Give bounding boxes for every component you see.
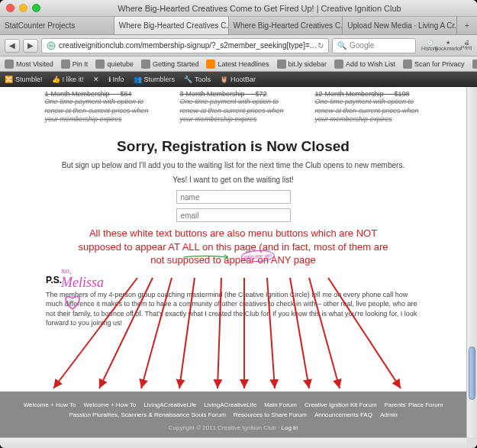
site-icon	[141, 60, 150, 69]
waitlist-form	[0, 190, 466, 222]
toolbar-item[interactable]: ℹ Info	[108, 76, 124, 83]
membership-desc: One-time payment with option to renew at…	[180, 98, 287, 124]
membership-option: 3-Month Membership — $72 One-time paymen…	[180, 90, 287, 124]
page-footer: Welcome + How To Welcome + How To Living…	[0, 392, 466, 437]
window-title: Where Big-Hearted Creatives Come to Get …	[48, 4, 471, 13]
membership-desc: One-time payment with option to renew at…	[315, 98, 422, 124]
bookmark-item[interactable]: Account	[472, 60, 477, 69]
footer-link[interactable]: Admin	[380, 411, 398, 418]
zoom-window-button[interactable]	[32, 4, 40, 12]
browser-tab[interactable]: StatCounter Projects	[0, 17, 114, 34]
footer-links: Welcome + How To Welcome + How To Living…	[0, 398, 466, 421]
print-icon[interactable]: 🖨Print	[460, 40, 472, 52]
site-icon	[61, 60, 70, 69]
browser-tab[interactable]: Where Big-Hearted Creatives C...	[229, 17, 343, 34]
waitlist-label: Yes! I want to get on the waiting list!	[0, 176, 466, 184]
toolbar-item[interactable]: 🔧 Tools	[184, 76, 211, 83]
stumble-toolbar: 🔀Stumble! 👍 I like it! ✕ ℹ Info 👥 Stumbl…	[0, 72, 477, 87]
footer-copyright: Copyright © 2011 Creative Ignition Club …	[169, 424, 298, 431]
site-icon	[472, 60, 477, 69]
site-icon	[95, 60, 105, 69]
browser-window: Where Big-Hearted Creatives Come to Get …	[0, 0, 477, 448]
window-titlebar: Where Big-Hearted Creatives Come to Get …	[0, 0, 477, 17]
traffic-lights	[6, 4, 40, 12]
stumble-button[interactable]: 🔀Stumble!	[5, 76, 43, 83]
scrollbar-thumb[interactable]	[469, 346, 475, 400]
membership-title: 1-Month Membership — $64	[45, 90, 152, 98]
bookmark-item[interactable]: Scan for Privacy	[403, 60, 465, 69]
footer-link[interactable]: Welcome + How To	[24, 401, 76, 408]
toolbar-item[interactable]: 🦉 HootBar	[220, 76, 256, 83]
toolbar-item[interactable]: 👍 I like it!	[52, 76, 84, 83]
footer-link[interactable]: Parents' Place Forum	[385, 401, 443, 408]
search-icon: 🔍	[337, 41, 346, 50]
bookmark-item[interactable]: Pin It	[61, 60, 89, 69]
globe-icon	[47, 41, 56, 50]
stop-reload-icon[interactable]: ↻	[317, 41, 324, 50]
signature: xo, Melissa	[61, 266, 104, 312]
page-subhead: But sign up below and I'll add you to th…	[31, 161, 436, 169]
membership-option: 12-Month Membership — $198 One-time paym…	[315, 90, 422, 124]
toolbar-right-icons: 🕘History ★Bookmarks 🖨Print	[424, 40, 472, 52]
rss-icon	[206, 60, 215, 69]
membership-title: 3-Month Membership — $72	[180, 90, 287, 98]
forward-button[interactable]: ▶	[23, 39, 38, 53]
bookmark-item[interactable]: Latest Headlines	[206, 60, 269, 69]
membership-option: 1-Month Membership — $64 One-time paymen…	[45, 90, 152, 124]
membership-title: 12-Month Membership — $198	[315, 90, 422, 98]
minimize-window-button[interactable]	[19, 4, 27, 12]
back-button[interactable]: ◀	[5, 39, 20, 53]
footer-link[interactable]: Welcome + How To	[84, 401, 137, 408]
vertical-scrollbar[interactable]	[466, 87, 477, 437]
resize-corner[interactable]	[466, 437, 477, 448]
bookmark-item[interactable]: bit.ly sidebar	[277, 60, 327, 69]
tab-strip: StatCounter Projects Where Big-Hearted C…	[0, 17, 477, 35]
stumble-icon: 🔀	[5, 76, 13, 83]
bookmark-item[interactable]: Getting Started	[141, 60, 199, 69]
bookmark-item[interactable]: Most Visited	[5, 60, 53, 69]
new-tab-button[interactable]: +	[457, 17, 477, 34]
close-window-button[interactable]	[6, 4, 15, 12]
browser-tab[interactable]: Upload New Media · Living A Cr...	[343, 17, 457, 34]
footer-link[interactable]: Main Forum	[264, 401, 297, 408]
search-field[interactable]: 🔍 Google	[332, 38, 416, 53]
browser-tab[interactable]: Where Big-Hearted Creatives C...	[114, 17, 229, 34]
toolbar-item[interactable]: 👥 Stumblers	[134, 76, 176, 83]
toolbar-item[interactable]: ✕	[93, 76, 99, 83]
footer-link[interactable]: Creative Ignition Kit Forum	[305, 401, 377, 408]
address-bar: ◀ ▶ creativeignitionclub.com/membership-…	[0, 35, 477, 56]
login-link[interactable]: Log in	[281, 424, 298, 431]
membership-options: 1-Month Membership — $64 One-time paymen…	[0, 87, 466, 132]
membership-desc: One-time payment with option to renew at…	[45, 98, 152, 124]
url-field[interactable]: creativeignitionclub.com/membership-sign…	[41, 38, 329, 53]
footer-link[interactable]: Passion Pluralites, Scanners & Renaissan…	[69, 411, 225, 418]
folder-icon	[5, 60, 14, 69]
hand-drawn-arrow-icon	[177, 253, 238, 261]
page-content: 1-Month Membership — $64 One-time paymen…	[0, 87, 466, 437]
heart-icon	[61, 291, 84, 311]
horizontal-scrollbar[interactable]	[0, 437, 466, 448]
name-input[interactable]	[176, 190, 291, 204]
bookmark-item[interactable]: Add to Wish List	[334, 60, 395, 69]
bookmarks-icon[interactable]: ★Bookmarks	[442, 40, 454, 52]
footer-link[interactable]: Announcements FAQ	[314, 411, 372, 418]
email-input[interactable]	[176, 208, 291, 222]
site-icon	[403, 60, 412, 69]
bookmarks-toolbar: Most Visited Pin It quietube Getting Sta…	[0, 56, 477, 72]
footer-link[interactable]: Resources to Share Forum	[234, 411, 307, 418]
site-icon	[277, 60, 286, 69]
site-icon	[334, 60, 343, 69]
footer-link[interactable]: LivingACreativeLife	[143, 401, 196, 408]
bookmark-item[interactable]: quietube	[95, 60, 134, 69]
page-heading: Sorry, Registration is Now Closed	[0, 138, 466, 155]
footer-link[interactable]: LivingACreativeLife	[204, 401, 256, 408]
